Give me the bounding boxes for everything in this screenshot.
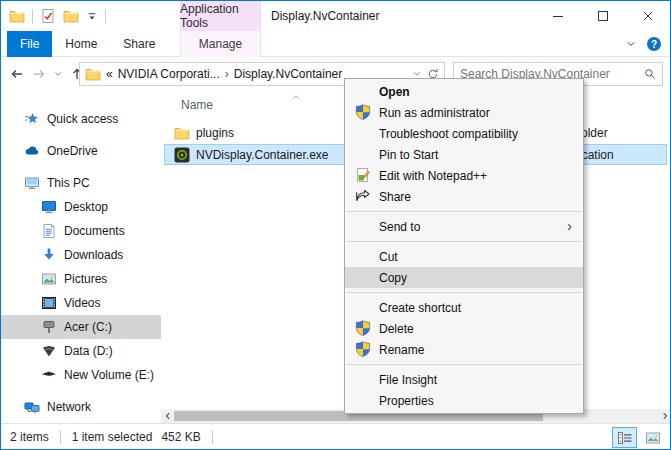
menu-separator <box>347 241 581 242</box>
new-folder-shortcut-icon[interactable] <box>63 8 79 24</box>
blank-icon <box>355 218 371 234</box>
window-title: Display.NvContainer <box>271 1 380 31</box>
menu-item-edit-with-notepad[interactable]: Edit with Notepad++ <box>345 165 583 186</box>
breadcrumb-separator: › <box>225 67 229 81</box>
sidebar-item-quick-access[interactable]: Quick access <box>1 107 161 131</box>
menu-separator <box>347 211 581 212</box>
items-count: 2 items <box>10 430 49 444</box>
blank-icon <box>355 248 371 264</box>
sidebar-item-onedrive[interactable]: OneDrive <box>1 139 161 163</box>
share-icon <box>355 188 371 204</box>
sort-ascending-chevron-icon[interactable] <box>291 92 301 102</box>
blank-icon <box>355 299 371 315</box>
videos-icon <box>41 295 57 311</box>
uac-shield-icon <box>355 104 371 120</box>
properties-shortcut-icon[interactable] <box>40 8 56 24</box>
network-icon <box>24 399 40 415</box>
selection-size: 452 KB <box>161 430 200 444</box>
details-view-icon <box>617 430 633 446</box>
recent-locations-chevron-icon[interactable] <box>53 69 63 79</box>
ribbon-tab-row: FileHomeShareView Manage ? <box>1 31 670 57</box>
sidebar-item-this-pc[interactable]: This PC <box>1 171 161 195</box>
onedrive-icon <box>24 143 40 159</box>
menu-item-rename[interactable]: Rename <box>345 339 583 360</box>
minimize-icon <box>550 8 566 24</box>
sidebar-item-desktop[interactable]: Desktop <box>1 195 161 219</box>
tab-share[interactable]: Share <box>110 31 168 57</box>
menu-item-file-insight[interactable]: File Insight <box>345 369 583 390</box>
menu-separator <box>347 292 581 293</box>
sidebar-item-new-volume-e[interactable]: New Volume (E:) <box>1 363 161 387</box>
menu-item-send-to[interactable]: Send to <box>345 216 583 237</box>
tab-file[interactable]: File <box>7 31 52 57</box>
pictures-icon <box>41 271 57 287</box>
menu-item-run-as-administrator[interactable]: Run as administrator <box>345 102 583 123</box>
title-bar: Application Tools Display.NvContainer <box>1 1 670 31</box>
quick-access-toolbar <box>9 1 106 31</box>
blank-icon <box>355 146 371 162</box>
blank-icon <box>355 392 371 408</box>
desktop-icon <box>41 199 57 215</box>
caption-buttons <box>535 1 670 31</box>
quick-access-icon <box>24 111 40 127</box>
menu-item-open[interactable]: Open <box>345 81 583 102</box>
menu-item-cut[interactable]: Cut <box>345 246 583 267</box>
qat-separator <box>32 9 33 24</box>
ribbon-tabs: FileHomeShareView <box>7 31 670 57</box>
close-icon <box>640 8 656 24</box>
sidebar-item-acer-c[interactable]: Acer (C:) <box>1 315 161 339</box>
navigation-pane: Quick access OneDrive This PC Desktop Do… <box>1 91 161 423</box>
drive-hammer-icon <box>41 319 57 335</box>
sidebar-item-network[interactable]: Network <box>1 395 161 419</box>
column-header-name[interactable]: Name <box>181 98 213 112</box>
customize-toolbar-icon[interactable] <box>86 10 98 22</box>
explorer-window-icon <box>9 8 25 24</box>
scroll-left-icon[interactable] <box>162 410 174 422</box>
minimize-button[interactable] <box>535 1 580 31</box>
menu-item-delete[interactable]: Delete <box>345 318 583 339</box>
menu-item-copy[interactable]: Copy <box>345 267 583 288</box>
breadcrumb-prefix: « <box>106 67 113 81</box>
scroll-right-icon[interactable] <box>659 410 671 422</box>
documents-icon <box>41 223 57 239</box>
sidebar-item-downloads[interactable]: Downloads <box>1 243 161 267</box>
expand-ribbon-chevron-icon[interactable] <box>625 38 637 50</box>
sidebar-item-documents[interactable]: Documents <box>1 219 161 243</box>
maximize-button[interactable] <box>580 1 625 31</box>
thumbnail-view-button[interactable] <box>640 427 665 448</box>
search-icon[interactable] <box>644 68 656 80</box>
view-switcher <box>612 427 665 448</box>
blank-icon <box>355 83 371 99</box>
downloads-icon <box>41 247 57 263</box>
application-tools-tab[interactable]: Application Tools <box>180 1 261 31</box>
menu-item-properties[interactable]: Properties <box>345 390 583 411</box>
menu-separator <box>347 364 581 365</box>
forward-icon[interactable] <box>31 66 47 82</box>
menu-item-create-shortcut[interactable]: Create shortcut <box>345 297 583 318</box>
submenu-arrow-icon <box>567 217 572 236</box>
breadcrumb-parent[interactable]: NVIDIA Corporati... <box>118 67 220 81</box>
menu-item-pin-to-start[interactable]: Pin to Start <box>345 144 583 165</box>
details-view-button[interactable] <box>612 427 637 448</box>
tab-home[interactable]: Home <box>52 31 110 57</box>
close-button[interactable] <box>625 1 670 31</box>
tab-manage[interactable]: Manage <box>180 31 261 57</box>
thumbnail-view-icon <box>645 430 661 446</box>
blank-icon <box>355 371 371 387</box>
menu-item-troubleshoot-compatibility[interactable]: Troubleshoot compatibility <box>345 123 583 144</box>
blank-icon <box>355 125 371 141</box>
back-icon[interactable] <box>9 66 25 82</box>
breadcrumb-current[interactable]: Display.NvContainer <box>234 67 343 81</box>
manage-label: Manage <box>199 37 242 51</box>
maximize-icon <box>595 8 611 24</box>
sidebar-item-data-d[interactable]: Data (D:) <box>1 339 161 363</box>
menu-item-share[interactable]: Share <box>345 186 583 207</box>
sidebar-item-videos[interactable]: Videos <box>1 291 161 315</box>
svg-text:?: ? <box>651 39 657 50</box>
help-icon[interactable]: ? <box>646 36 662 52</box>
sidebar-item-pictures[interactable]: Pictures <box>1 267 161 291</box>
status-bar: 2 items 1 item selected 452 KB <box>1 423 670 450</box>
uac-shield-icon <box>355 320 371 336</box>
drive-batman-icon <box>41 367 57 383</box>
status-divider <box>60 430 61 444</box>
